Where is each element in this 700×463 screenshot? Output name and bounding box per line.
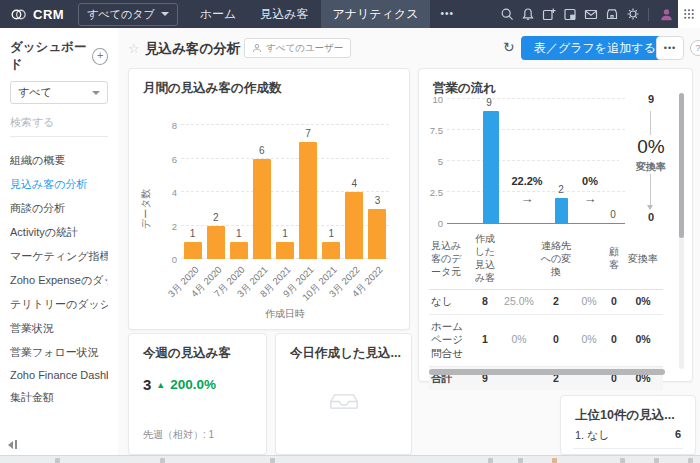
kpi-delta: 200.0% [170, 377, 216, 392]
card-title: 今週の見込み客 [143, 345, 231, 362]
sidebar-item[interactable]: 集計金額 [10, 385, 108, 409]
conversion-rate-label: 22.2% [511, 175, 542, 187]
dock-icon [270, 458, 275, 463]
bar-value-label: 1 [227, 228, 250, 239]
marketplace-icon[interactable] [601, 0, 622, 28]
bar[interactable] [184, 242, 202, 259]
bottom-dock [0, 455, 700, 463]
bar-value-label: 6 [250, 145, 273, 156]
cell: 0% [575, 290, 603, 314]
sidebar-item[interactable]: テリトリーのダッシ... [10, 292, 108, 316]
dock-icon [55, 458, 60, 463]
sidebar-item[interactable]: Zoho Expenseのダッ... [10, 268, 108, 292]
add-dashboard-button[interactable]: + [92, 48, 108, 65]
dashboard-filter-select[interactable]: すべて [10, 81, 108, 104]
bar-value-label: 1 [181, 228, 204, 239]
topnav-tab-home[interactable]: ホーム [188, 0, 249, 28]
bar[interactable] [322, 242, 340, 259]
bar-value-label: 9 [469, 97, 509, 108]
zoho-logo-icon[interactable] [10, 6, 27, 23]
bar[interactable] [368, 209, 386, 259]
sidebar-item[interactable]: Zoho Finance Dashbo... [10, 364, 108, 385]
chart-title: 月間の見込み客の作成数 [143, 80, 281, 97]
bar[interactable] [207, 226, 225, 260]
sidebar-item[interactable]: Activityの統計 [10, 220, 108, 244]
sidebar-item[interactable]: 商談の分析 [10, 196, 108, 220]
dock-icon [518, 458, 523, 463]
scope-badge[interactable]: すべてのユーザー [244, 38, 351, 58]
weekly-leads-card: 今週の見込み客 3 ▲ 200.0% 先週（相対）: 1 [128, 333, 267, 455]
all-tabs-dropdown[interactable]: すべてのタブ [78, 3, 178, 26]
sidebar-item[interactable]: 見込み客の分析 [10, 172, 108, 196]
summary-start-value: 9 [625, 93, 677, 105]
favorite-star-icon[interactable]: ☆ [128, 41, 140, 56]
mail-icon[interactable] [580, 0, 601, 28]
refresh-icon[interactable]: ↻ [503, 39, 515, 55]
arrow-right-icon: → [584, 191, 597, 206]
settings-gear-icon[interactable] [622, 0, 643, 28]
topnav-tab-analytics[interactable]: アナリティクス [321, 0, 431, 28]
empty-tray-icon [327, 390, 361, 413]
sidebar-item[interactable]: 営業フォロー状況 [10, 340, 108, 364]
summary-rate: 0% [619, 135, 683, 159]
bar[interactable] [253, 159, 271, 260]
cell: 0% [625, 328, 661, 352]
bar[interactable] [483, 111, 499, 223]
bar-value-label: 4 [343, 178, 366, 189]
page-header: ☆ 見込み客の分析 すべてのユーザー ↻ 表／グラフを追加する ••• ? [118, 28, 700, 68]
gridline [181, 158, 389, 159]
search-input[interactable]: 検索する [10, 115, 108, 137]
bar[interactable] [230, 242, 248, 259]
sidebar-item[interactable]: マーケティング指標 [10, 244, 108, 268]
main-content: ☆ 見込み客の分析 すべてのユーザー ↻ 表／グラフを追加する ••• ? 月間… [118, 28, 700, 455]
cell: 0 [537, 328, 575, 352]
bar[interactable] [555, 198, 568, 223]
header-cell: 連絡先への変換 [537, 234, 575, 283]
quick-create-icon[interactable] [538, 0, 559, 28]
y-tick-label: 10 [421, 94, 443, 105]
side-panel-icon[interactable] [559, 0, 580, 28]
topnav-more-button[interactable]: ••• [430, 0, 464, 28]
table-row[interactable]: ホームページ問合せ10%00%00% [429, 315, 663, 367]
horizontal-scrollbar-thumb[interactable] [429, 369, 665, 375]
all-tabs-label: すべてのタブ [87, 7, 155, 22]
summary-end-value: 0 [625, 211, 677, 223]
header-more-button[interactable]: ••• [656, 36, 684, 60]
collapse-sidebar-button[interactable] [8, 440, 17, 449]
bar-value-label: 3 [366, 195, 389, 206]
gridline [447, 191, 625, 192]
add-component-button[interactable]: 表／グラフを追加する [521, 36, 669, 60]
bar[interactable] [299, 142, 317, 259]
monthly-leads-chart-card: 月間の見込み客の作成数 データ数 0246813月 202024月 202017… [128, 68, 410, 330]
sales-flow-card: 営業の流れ 22.2% → 0% → 02.557.510920 9 0% 変換… [418, 68, 693, 382]
page-title: 見込み客の分析 [145, 40, 240, 58]
bell-icon[interactable] [517, 0, 538, 28]
y-tick-label: 5 [421, 156, 443, 167]
vertical-scrollbar-thumb[interactable] [679, 93, 684, 238]
bar[interactable] [276, 242, 294, 259]
bar[interactable] [345, 192, 363, 259]
cell: 0% [625, 290, 661, 314]
apps-grid-icon[interactable] [678, 0, 700, 28]
help-button[interactable]: ? [690, 40, 700, 56]
dock-icon [160, 458, 165, 463]
sidebar-item[interactable]: 営業状況 [10, 316, 108, 340]
kpi-value-row: 3 ▲ 200.0% [143, 376, 216, 393]
sidebar-item[interactable]: 組織の概要 [10, 148, 108, 172]
avatar[interactable] [654, 0, 678, 28]
bar-value-label: 7 [297, 128, 320, 139]
table-header-row: 見込み客のデータ元作成した見込み客連絡先への変換顧客変換率 [429, 227, 663, 290]
search-icon[interactable] [496, 0, 517, 28]
chevron-down-icon [161, 12, 169, 16]
flow-table: 見込み客のデータ元作成した見込み客連絡先への変換顧客変換率なし825.0%20%… [429, 227, 663, 390]
cell: 2 [537, 290, 575, 314]
dock-icon [688, 458, 693, 463]
table-row[interactable]: なし825.0%20%00% [429, 290, 663, 315]
top10-row[interactable]: 1. なし6 [561, 428, 695, 443]
topnav-tab-leads[interactable]: 見込み客 [248, 0, 320, 28]
gridline [447, 129, 625, 130]
cell: 8 [469, 290, 501, 314]
gridline [181, 124, 389, 125]
cell: ホームページ問合せ [429, 315, 469, 366]
summary-rate-label: 変換率 [619, 160, 683, 174]
